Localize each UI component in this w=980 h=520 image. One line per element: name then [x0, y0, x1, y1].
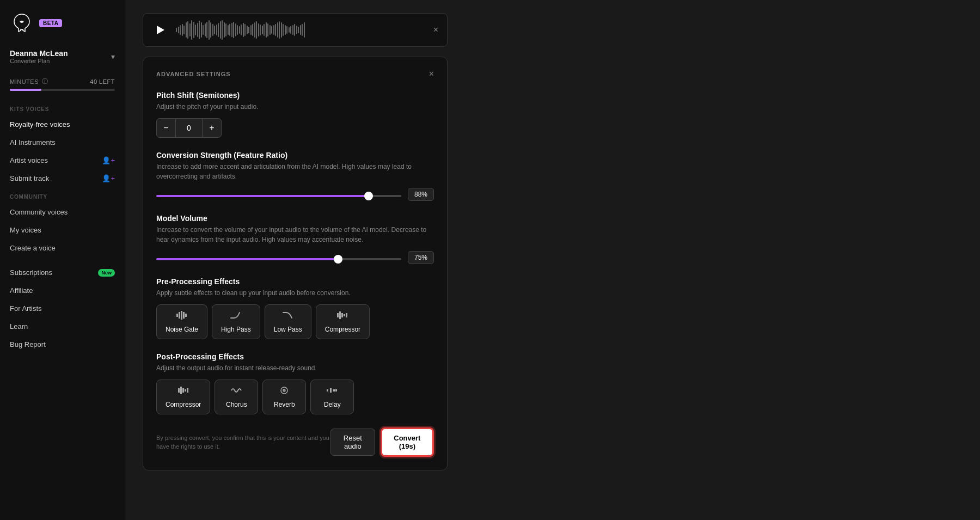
delay-label: Delay — [324, 401, 341, 408]
svg-rect-10 — [346, 313, 347, 317]
sidebar-item-affiliate[interactable]: Affiliate — [0, 282, 125, 299]
reset-audio-button[interactable]: Reset audio — [330, 429, 375, 456]
model-volume-row: 75% — [156, 251, 434, 264]
pre-processing-desc: Apply subtle effects to clean up your in… — [156, 288, 434, 298]
conversion-strength-name: Conversion Strength (Feature Ratio) — [156, 151, 434, 160]
svg-rect-6 — [337, 313, 339, 317]
model-volume-value: 75% — [408, 251, 434, 264]
footer-note: By pressing convert, you confirm that th… — [156, 433, 330, 451]
reverb-icon — [278, 386, 290, 398]
sidebar-item-label: AI Instruments — [10, 138, 56, 146]
user-menu[interactable]: Deanna McLean Converter Plan ▾ — [0, 44, 125, 73]
svg-rect-4 — [183, 312, 185, 319]
effect-low-pass[interactable]: Low Pass — [265, 304, 311, 339]
user-plan: Converter Plan — [10, 58, 68, 64]
svg-point-18 — [284, 390, 285, 391]
sidebar-item-community-voices[interactable]: Community voices — [0, 203, 125, 221]
model-volume-slider[interactable] — [156, 258, 401, 260]
play-button[interactable] — [152, 21, 169, 39]
effect-compressor[interactable]: Compressor — [316, 304, 370, 339]
svg-rect-7 — [339, 311, 341, 319]
conversion-strength-block: Conversion Strength (Feature Ratio) Incr… — [156, 151, 434, 201]
pitch-shift-name: Pitch Shift (Semitones) — [156, 91, 434, 100]
sidebar-item-for-artists[interactable]: For Artists — [0, 299, 125, 317]
footer-actions: Reset audio Convert (19s) — [330, 427, 434, 457]
kits-voices-section-label: KITS VOICES — [0, 100, 125, 115]
effect-chorus[interactable]: Chorus — [215, 380, 258, 414]
sidebar-item-label: Learn — [10, 322, 28, 331]
pre-processing-block: Pre-Processing Effects Apply subtle effe… — [156, 277, 434, 339]
close-settings-button[interactable]: × — [429, 69, 434, 79]
pitch-shift-desc: Adjust the pitch of your input audio. — [156, 102, 434, 112]
chorus-label: Chorus — [226, 401, 247, 408]
high-pass-label: High Pass — [221, 326, 251, 333]
user-info: Deanna McLean Converter Plan — [10, 49, 68, 64]
progress-bar-fill — [10, 89, 41, 91]
sidebar-item-label: Create a voice — [10, 244, 56, 252]
noise-gate-icon — [176, 310, 188, 323]
effect-delay[interactable]: Delay — [310, 380, 354, 414]
compressor-icon — [336, 310, 348, 323]
pre-processing-name: Pre-Processing Effects — [156, 277, 434, 286]
sidebar-item-artist-voices[interactable]: Artist voices 👤+ — [0, 151, 125, 169]
new-badge: New — [98, 269, 115, 277]
noise-gate-label: Noise Gate — [166, 326, 198, 333]
sidebar-item-label: Affiliate — [10, 286, 33, 295]
convert-button[interactable]: Convert (19s) — [381, 427, 434, 457]
effect-compressor2[interactable]: Compressor — [156, 380, 210, 414]
panel-title: ADVANCED SETTINGS — [156, 71, 231, 77]
sidebar-item-bug-report[interactable]: Bug Report — [0, 335, 125, 353]
sidebar-item-royalty-free-voices[interactable]: Royalty-free voices — [0, 115, 125, 133]
sidebar-item-subscriptions[interactable]: Subscriptions New — [0, 264, 125, 282]
sidebar-item-label: Submit track — [10, 174, 49, 182]
model-volume-desc: Increase to convert the volume of your i… — [156, 225, 434, 244]
effect-reverb[interactable]: Reverb — [262, 380, 306, 414]
post-processing-effects: Compressor Chorus — [156, 380, 434, 414]
low-pass-label: Low Pass — [274, 326, 302, 333]
sidebar-item-create-a-voice[interactable]: Create a voice — [0, 239, 125, 257]
waveform-display — [176, 20, 427, 40]
svg-marker-0 — [157, 26, 164, 34]
sidebar-item-learn[interactable]: Learn — [0, 317, 125, 335]
post-processing-desc: Adjust the output audio for instant rele… — [156, 363, 434, 373]
compressor-label: Compressor — [325, 326, 360, 333]
svg-rect-1 — [176, 314, 178, 317]
conversion-strength-slider-wrap — [156, 189, 401, 199]
sidebar-item-label: Artist voices — [10, 156, 48, 164]
svg-rect-5 — [185, 314, 187, 317]
high-pass-icon — [230, 310, 242, 323]
main-content: × ADVANCED SETTINGS × Pitch Shift (Semit… — [125, 0, 980, 520]
pitch-increase-button[interactable]: + — [202, 118, 222, 138]
minutes-count: 40 left — [90, 78, 115, 85]
add-person-icon: 👤+ — [102, 174, 115, 182]
conversion-strength-desc: Increase to add more accent and articula… — [156, 162, 434, 181]
svg-rect-22 — [335, 389, 337, 391]
svg-rect-8 — [341, 313, 343, 317]
sidebar-item-my-voices[interactable]: My voices — [0, 221, 125, 239]
conversion-strength-slider[interactable] — [156, 195, 401, 197]
sidebar-item-label: Royalty-free voices — [10, 120, 70, 129]
sidebar-item-label: Community voices — [10, 208, 68, 216]
low-pass-icon — [282, 310, 294, 323]
pitch-value: 0 — [176, 118, 202, 138]
svg-rect-2 — [179, 312, 180, 319]
footer-row: By pressing convert, you confirm that th… — [156, 427, 434, 457]
svg-rect-20 — [330, 388, 332, 393]
svg-rect-19 — [327, 389, 328, 391]
close-player-button[interactable]: × — [433, 25, 438, 35]
pre-processing-effects: Noise Gate High Pass — [156, 304, 434, 339]
compressor2-label: Compressor — [166, 401, 201, 408]
svg-rect-12 — [180, 387, 182, 394]
svg-rect-13 — [182, 388, 184, 393]
effect-noise-gate[interactable]: Noise Gate — [156, 304, 207, 339]
logo-area: BETA — [0, 0, 125, 44]
reverb-label: Reverb — [274, 401, 295, 408]
add-person-icon: 👤+ — [102, 156, 115, 164]
sidebar-item-submit-track[interactable]: Submit track 👤+ — [0, 169, 125, 187]
community-section-label: COMMUNITY — [0, 187, 125, 203]
model-volume-name: Model Volume — [156, 214, 434, 223]
svg-rect-11 — [178, 388, 180, 393]
sidebar-item-ai-instruments[interactable]: AI Instruments — [0, 133, 125, 151]
effect-high-pass[interactable]: High Pass — [212, 304, 260, 339]
pitch-decrease-button[interactable]: − — [156, 118, 176, 138]
